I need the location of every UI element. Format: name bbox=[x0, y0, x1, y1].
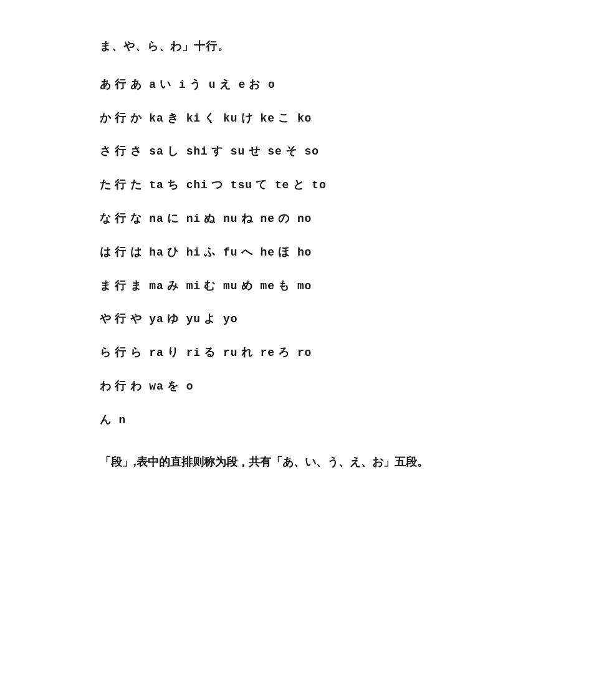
footer-text: 「段」,表中的直排则称为段，共有「あ、い、う、え、お」五段。 bbox=[100, 456, 428, 468]
n-row: ん n bbox=[100, 411, 539, 429]
wa-row: わ 行 わ wa を o bbox=[100, 377, 539, 396]
ka-row: か 行 か ka き ki く ku け ke こ ko bbox=[100, 109, 539, 128]
header-row: ま、や、ら、わ」十行。 bbox=[100, 37, 539, 55]
sa-row: さ 行 さ sa し shi す su せ se そ so bbox=[100, 142, 539, 161]
ma-row: ま 行 ま ma み mi む mu め me も mo bbox=[100, 277, 539, 295]
ya-row: や 行 や ya ゆ yu よ yo bbox=[100, 310, 539, 328]
a-row: あ 行 あ a い i う u え e お o bbox=[100, 75, 539, 94]
footer-note: 「段」,表中的直排则称为段，共有「あ、い、う、え、お」五段。 bbox=[100, 454, 539, 469]
na-row: な 行 な na に ni ぬ nu ね ne の no bbox=[100, 209, 539, 228]
ta-row: た 行 た ta ち chi つ tsu て te と to bbox=[100, 176, 539, 194]
header-text: ま、や、ら、わ」十行。 bbox=[100, 40, 229, 52]
ha-row: は 行 は ha ひ hi ふ fu へ he ほ ho bbox=[100, 243, 539, 262]
ra-row: ら 行 ら ra り ri る ru れ re ろ ro bbox=[100, 343, 539, 362]
